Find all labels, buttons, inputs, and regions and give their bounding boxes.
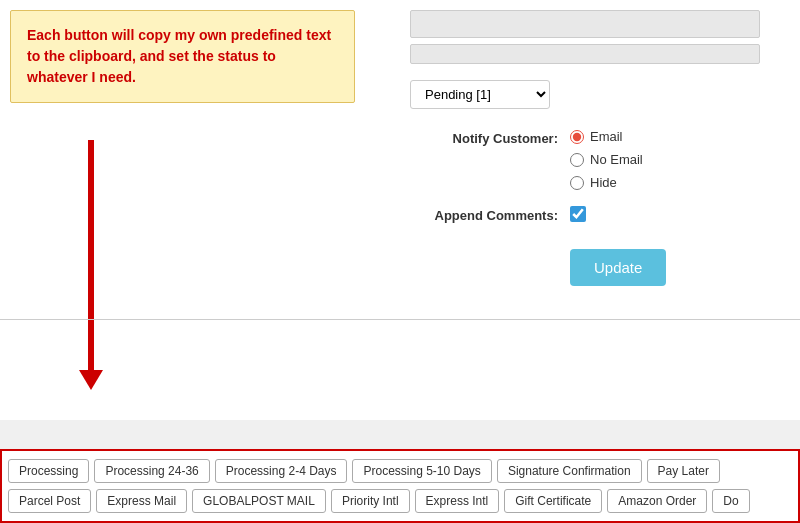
btn-amazon-order[interactable]: Amazon Order bbox=[607, 489, 707, 513]
notify-options: Email No Email Hide bbox=[570, 129, 780, 190]
append-control bbox=[570, 206, 780, 222]
btn-express-mail[interactable]: Express Mail bbox=[96, 489, 187, 513]
btn-priority-intl[interactable]: Priority Intl bbox=[331, 489, 410, 513]
btn-signature-confirmation[interactable]: Signature Confirmation bbox=[497, 459, 642, 483]
append-row: Append Comments: bbox=[410, 206, 780, 223]
radio-noemail-label: No Email bbox=[590, 152, 643, 167]
status-select[interactable]: Pending [1] bbox=[410, 80, 550, 109]
divider bbox=[0, 319, 800, 320]
btn-processing[interactable]: Processing bbox=[8, 459, 89, 483]
arrow-head bbox=[79, 370, 103, 390]
append-label: Append Comments: bbox=[410, 206, 570, 223]
status-row: Pending [1] bbox=[410, 80, 780, 109]
btn-pay-later[interactable]: Pay Later bbox=[647, 459, 720, 483]
radio-hide[interactable]: Hide bbox=[570, 175, 780, 190]
tooltip-text: Each button will copy my own predefined … bbox=[27, 25, 338, 88]
radio-email[interactable]: Email bbox=[570, 129, 780, 144]
btn-gift-certificate[interactable]: Gift Certificate bbox=[504, 489, 602, 513]
update-button[interactable]: Update bbox=[570, 249, 666, 286]
bottom-panel: Processing Processing 24-36 Processing 2… bbox=[0, 449, 800, 523]
button-row-2: Parcel Post Express Mail GLOBALPOST MAIL… bbox=[8, 489, 792, 513]
main-area: Each button will copy my own predefined … bbox=[0, 0, 800, 420]
btn-globalpost[interactable]: GLOBALPOST MAIL bbox=[192, 489, 326, 513]
append-checkbox[interactable] bbox=[570, 206, 586, 222]
top-bar-1 bbox=[410, 10, 760, 38]
right-panel: Pending [1] Notify Customer: Email No Em… bbox=[390, 0, 800, 296]
btn-parcel-post[interactable]: Parcel Post bbox=[8, 489, 91, 513]
radio-noemail[interactable]: No Email bbox=[570, 152, 780, 167]
notify-label: Notify Customer: bbox=[410, 129, 570, 146]
tooltip-box: Each button will copy my own predefined … bbox=[10, 10, 355, 103]
down-arrow bbox=[88, 140, 94, 400]
btn-processing-5-10[interactable]: Processing 5-10 Days bbox=[352, 459, 491, 483]
button-row-1: Processing Processing 24-36 Processing 2… bbox=[8, 459, 792, 483]
radio-email-label: Email bbox=[590, 129, 623, 144]
radio-hide-label: Hide bbox=[590, 175, 617, 190]
btn-processing-24-36[interactable]: Processing 24-36 bbox=[94, 459, 209, 483]
notify-row: Notify Customer: Email No Email Hide bbox=[410, 129, 780, 190]
top-bar-2 bbox=[410, 44, 760, 64]
arrow-line bbox=[88, 140, 94, 370]
btn-do[interactable]: Do bbox=[712, 489, 749, 513]
btn-processing-2-4[interactable]: Processing 2-4 Days bbox=[215, 459, 348, 483]
btn-express-intl[interactable]: Express Intl bbox=[415, 489, 500, 513]
